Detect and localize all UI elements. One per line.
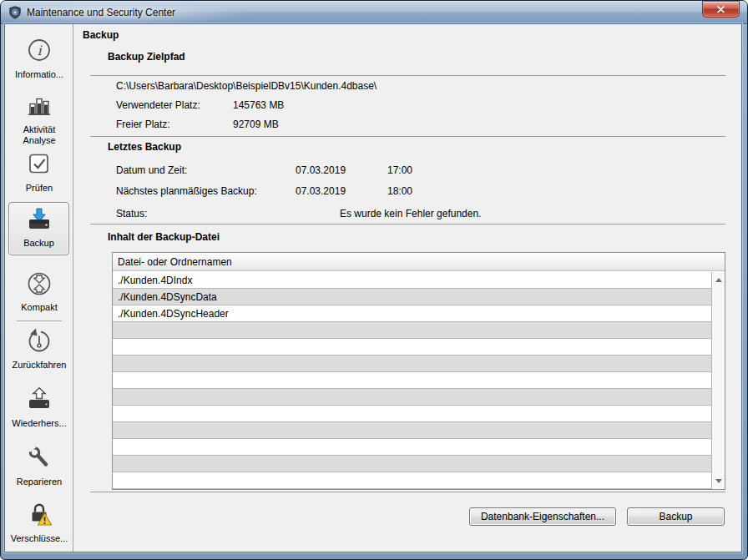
sidebar-divider: [17, 320, 62, 321]
table-column-header[interactable]: Datei- oder Ordnernamen: [113, 253, 725, 271]
database-properties-button[interactable]: Datenbank-Eigenschaften...: [469, 507, 616, 526]
sidebar-item-wiederherstellen[interactable]: Wiederhers...: [5, 386, 73, 429]
svg-text:i: i: [37, 43, 43, 58]
sidebar-item-label: Informatio...: [15, 69, 63, 80]
backup-target-path: C:\Users\Barbara\Desktop\BeispielDBv15\K…: [116, 80, 377, 92]
table-row-empty: [113, 406, 711, 422]
free-space-label: Freier Platz:: [116, 119, 170, 130]
table-row[interactable]: ./Kunden.4DSyncHeader: [113, 305, 711, 322]
backup-button[interactable]: Backup: [627, 507, 725, 526]
free-space-value: 92709 MB: [233, 119, 279, 130]
sidebar-item-pruefen[interactable]: Prüfen: [5, 150, 73, 194]
drive-download-icon: [25, 205, 53, 237]
used-space-value: 145763 MB: [233, 99, 284, 111]
table-body: ./Kunden.4DIndx ./Kunden.4DSyncData ./Ku…: [113, 272, 711, 489]
arrow-down-icon[interactable]: [715, 479, 722, 483]
sidebar-item-label: Aktivität Analyse: [9, 124, 69, 146]
drive-upload-icon: [25, 386, 53, 417]
sidebar-item-label: Prüfen: [26, 183, 53, 194]
next-backup-time: 18:00: [387, 185, 412, 197]
wrench-icon: [25, 444, 53, 476]
used-space-label: Verwendeter Platz:: [116, 99, 200, 111]
separator: [90, 75, 725, 76]
table-scrollbar[interactable]: [711, 272, 725, 489]
table-cell: ./Kunden.4DSyncData: [118, 291, 217, 303]
checkbox-check-icon: [25, 150, 53, 182]
status-label: Status:: [116, 208, 147, 219]
info-circle-icon: i: [25, 37, 53, 68]
sidebar-item-label: Backup: [23, 238, 54, 249]
table-row-empty: [113, 322, 711, 339]
backup-content-table: Datei- oder Ordnernamen ./Kunden.4DIndx …: [112, 252, 725, 490]
main-content: Backup Backup Zielpfad C:\Users\Barbara\…: [74, 24, 741, 552]
table-cell: ./Kunden.4DSyncHeader: [118, 308, 229, 320]
page-title: Backup: [83, 29, 119, 41]
sidebar: i Informatio...: [5, 24, 73, 552]
sidebar-item-label: Wiederhers...: [12, 418, 66, 429]
window-title: Maintenance und Security Center: [27, 7, 175, 18]
section-heading-inhalt: Inhalt der Backup-Datei: [108, 231, 220, 243]
table-cell: ./Kunden.4DIndx: [118, 275, 192, 286]
maintenance-security-center-window: Maintenance und Security Center i Inform…: [0, 0, 748, 560]
status-value: Es wurde kein Fehler gefunden.: [340, 208, 481, 219]
arrow-up-icon[interactable]: [715, 278, 722, 282]
table-row-empty: [113, 389, 711, 406]
sidebar-item-reparieren[interactable]: Reparieren: [5, 444, 73, 487]
section-heading-zielpfad: Backup Zielpfad: [108, 51, 185, 63]
last-backup-label: Datum und Zeit:: [116, 164, 187, 176]
table-row-empty: [113, 439, 711, 456]
last-backup-time: 17:00: [387, 164, 412, 176]
shield-icon: [8, 6, 22, 19]
table-row[interactable]: ./Kunden.4DSyncData: [113, 289, 711, 305]
sidebar-item-zurueckfahren[interactable]: Zurückfahren: [5, 327, 73, 371]
table-row-empty: [113, 422, 711, 439]
table-row-empty: [113, 472, 711, 489]
titlebar[interactable]: Maintenance und Security Center: [1, 1, 747, 24]
next-backup-date: 07.03.2019: [296, 185, 346, 197]
table-row-empty: [113, 372, 711, 389]
rollback-clock-icon: [25, 327, 53, 359]
next-backup-label: Nächstes planmäßiges Backup:: [116, 185, 257, 197]
sidebar-item-aktivitaet-analyse[interactable]: Aktivität Analyse: [5, 92, 73, 146]
bar-chart-icon: [25, 92, 53, 124]
sidebar-item-kompakt[interactable]: Kompakt: [5, 270, 73, 313]
sidebar-item-label: Verschlüsse...: [11, 533, 68, 544]
sidebar-item-label: Reparieren: [17, 477, 62, 487]
separator: [90, 224, 725, 225]
close-x-icon: [716, 6, 725, 13]
sidebar-item-information[interactable]: i Informatio...: [5, 37, 73, 80]
last-backup-date: 07.03.2019: [296, 164, 346, 176]
separator: [90, 492, 725, 492]
sidebar-item-backup[interactable]: Backup: [8, 202, 69, 255]
separator: [90, 136, 725, 137]
client-area: i Informatio...: [5, 24, 741, 552]
table-row-empty: [113, 456, 711, 472]
close-button[interactable]: [702, 1, 740, 18]
sidebar-item-verschluesseln[interactable]: Verschlüsse...: [5, 501, 73, 544]
table-row-empty: [113, 356, 711, 372]
table-row[interactable]: ./Kunden.4DIndx: [113, 272, 711, 289]
compress-circle-icon: [25, 270, 53, 301]
section-heading-letztes-backup: Letztes Backup: [108, 141, 181, 153]
table-row-empty: [113, 339, 711, 356]
lock-warning-icon: [25, 501, 53, 532]
sidebar-item-label: Zurückfahren: [13, 360, 67, 371]
sidebar-item-label: Kompakt: [21, 302, 57, 313]
